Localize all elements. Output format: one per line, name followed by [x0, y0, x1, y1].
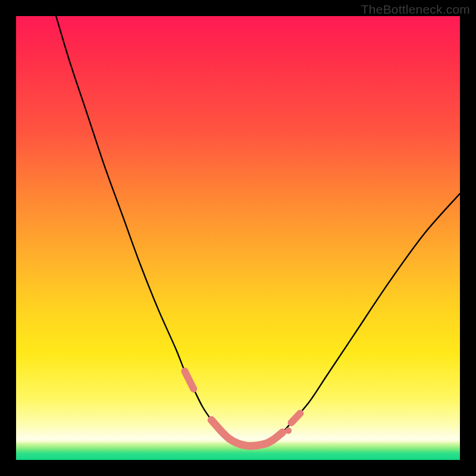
bottleneck-curve [56, 16, 460, 446]
chart-svg [16, 16, 460, 460]
svg-line-1 [292, 414, 300, 423]
valley-highlight [184, 371, 300, 446]
svg-line-0 [184, 371, 193, 389]
svg-point-2 [285, 427, 292, 434]
chart-frame: TheBottleneck.com [0, 0, 476, 476]
watermark-label: TheBottleneck.com [361, 2, 470, 17]
